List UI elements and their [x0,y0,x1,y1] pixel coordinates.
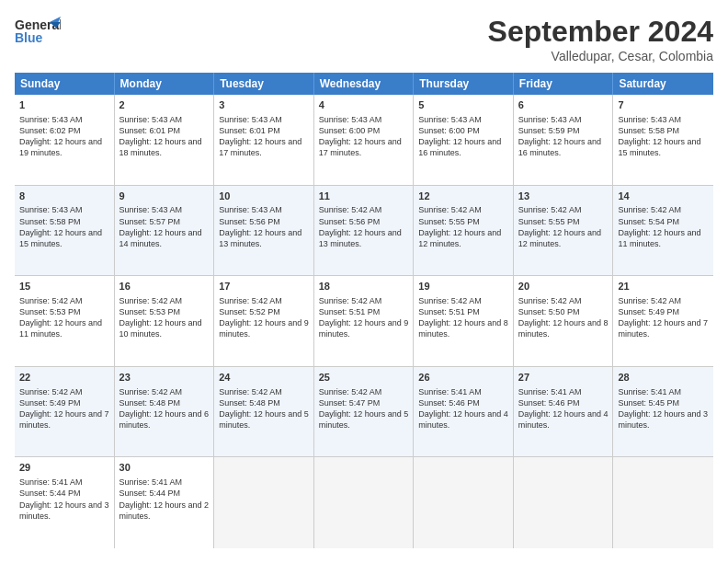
sunrise-text: Sunrise: 5:42 AM [319,387,382,396]
sunset-text: Sunset: 5:50 PM [518,307,580,316]
daylight-text: Daylight: 12 hours and 14 minutes. [119,228,202,248]
daylight-text: Daylight: 12 hours and 16 minutes. [518,137,601,157]
day-number: 18 [319,280,409,293]
calendar-cell: 9Sunrise: 5:43 AMSunset: 5:57 PMDaylight… [115,186,215,276]
sunrise-text: Sunrise: 5:41 AM [418,387,482,396]
daylight-text: Daylight: 12 hours and 8 minutes. [518,318,609,339]
sunrise-text: Sunrise: 5:43 AM [19,115,83,124]
calendar-week: 15Sunrise: 5:42 AMSunset: 5:53 PMDayligh… [15,276,713,367]
location: Valledupar, Cesar, Colombia [488,49,713,63]
sunrise-text: Sunrise: 5:42 AM [618,296,681,305]
calendar-cell: 17Sunrise: 5:42 AMSunset: 5:52 PMDayligh… [214,276,314,366]
daylight-text: Daylight: 12 hours and 7 minutes. [19,409,109,430]
sunset-text: Sunset: 5:56 PM [319,217,381,226]
calendar-cell: 21Sunrise: 5:42 AMSunset: 5:49 PMDayligh… [613,276,713,366]
calendar-cell: 8Sunrise: 5:43 AMSunset: 5:58 PMDaylight… [15,186,115,276]
calendar-week: 29Sunrise: 5:41 AMSunset: 5:44 PMDayligh… [15,457,713,548]
daylight-text: Daylight: 12 hours and 13 minutes. [319,228,402,248]
calendar-cell: 24Sunrise: 5:42 AMSunset: 5:48 PMDayligh… [214,367,314,457]
sunset-text: Sunset: 5:51 PM [418,307,480,316]
sunrise-text: Sunrise: 5:41 AM [19,477,83,487]
sunrise-text: Sunrise: 5:43 AM [618,115,681,124]
calendar-cell: 10Sunrise: 5:43 AMSunset: 5:56 PMDayligh… [214,186,314,276]
sunrise-text: Sunrise: 5:42 AM [19,387,83,396]
sunrise-text: Sunrise: 5:42 AM [219,387,282,396]
daylight-text: Daylight: 12 hours and 3 minutes. [19,500,109,521]
sunrise-text: Sunrise: 5:42 AM [618,205,681,214]
daylight-text: Daylight: 12 hours and 13 minutes. [219,228,301,248]
weekday-header: Saturday [613,73,713,95]
svg-text:Blue: Blue [15,30,43,45]
daylight-text: Daylight: 12 hours and 17 minutes. [319,137,402,157]
sunrise-text: Sunrise: 5:42 AM [119,387,183,396]
sunrise-text: Sunrise: 5:42 AM [418,296,482,305]
day-number: 6 [518,98,609,112]
calendar-cell: 4Sunrise: 5:43 AMSunset: 6:00 PMDaylight… [314,95,415,185]
calendar-cell: 13Sunrise: 5:42 AMSunset: 5:55 PMDayligh… [514,186,614,276]
sunset-text: Sunset: 5:48 PM [219,398,280,408]
sunset-text: Sunset: 5:57 PM [119,217,181,226]
logo-icon: General Blue [15,15,61,55]
sunset-text: Sunset: 5:53 PM [19,307,81,316]
day-number: 21 [618,280,709,293]
daylight-text: Daylight: 12 hours and 4 minutes. [418,409,508,430]
calendar-cell: 23Sunrise: 5:42 AMSunset: 5:48 PMDayligh… [115,367,215,457]
day-number: 7 [618,98,709,112]
weekday-header: Friday [514,73,614,95]
calendar-cell: 19Sunrise: 5:42 AMSunset: 5:51 PMDayligh… [414,276,514,366]
day-number: 9 [119,190,210,203]
calendar-cell: 16Sunrise: 5:42 AMSunset: 5:53 PMDayligh… [115,276,215,366]
calendar-cell [214,457,314,548]
sunset-text: Sunset: 6:01 PM [119,126,181,135]
sunrise-text: Sunrise: 5:42 AM [19,296,83,305]
day-number: 11 [319,190,409,203]
day-number: 23 [119,371,210,385]
sunset-text: Sunset: 5:54 PM [618,217,679,226]
day-number: 3 [219,98,309,112]
calendar: SundayMondayTuesdayWednesdayThursdayFrid… [15,73,713,548]
day-number: 25 [319,371,409,385]
sunset-text: Sunset: 5:44 PM [119,488,181,498]
calendar-cell: 25Sunrise: 5:42 AMSunset: 5:47 PMDayligh… [314,367,415,457]
sunrise-text: Sunrise: 5:43 AM [518,115,582,124]
sunrise-text: Sunrise: 5:43 AM [219,205,282,214]
calendar-cell: 5Sunrise: 5:43 AMSunset: 6:00 PMDaylight… [414,95,514,185]
day-number: 12 [418,190,508,203]
sunrise-text: Sunrise: 5:42 AM [219,296,282,305]
calendar-body: 1Sunrise: 5:43 AMSunset: 6:02 PMDaylight… [15,95,713,548]
sunset-text: Sunset: 6:01 PM [219,126,280,135]
calendar-cell: 22Sunrise: 5:42 AMSunset: 5:49 PMDayligh… [15,367,115,457]
day-number: 10 [219,190,309,203]
sunset-text: Sunset: 5:55 PM [518,217,580,226]
calendar-cell: 6Sunrise: 5:43 AMSunset: 5:59 PMDaylight… [514,95,614,185]
sunrise-text: Sunrise: 5:42 AM [518,296,582,305]
daylight-text: Daylight: 12 hours and 6 minutes. [119,409,210,430]
sunset-text: Sunset: 5:44 PM [19,488,81,498]
sunrise-text: Sunrise: 5:41 AM [518,387,582,396]
sunset-text: Sunset: 5:52 PM [219,307,280,316]
sunset-text: Sunset: 5:46 PM [418,398,480,408]
day-number: 13 [518,190,609,203]
sunset-text: Sunset: 5:59 PM [518,126,580,135]
calendar-week: 22Sunrise: 5:42 AMSunset: 5:49 PMDayligh… [15,367,713,458]
calendar-cell: 11Sunrise: 5:42 AMSunset: 5:56 PMDayligh… [314,186,415,276]
daylight-text: Daylight: 12 hours and 3 minutes. [618,409,708,430]
sunrise-text: Sunrise: 5:43 AM [119,205,183,214]
sunset-text: Sunset: 6:02 PM [19,126,81,135]
daylight-text: Daylight: 12 hours and 12 minutes. [418,228,501,248]
daylight-text: Daylight: 12 hours and 17 minutes. [219,137,301,157]
calendar-cell [314,457,415,548]
daylight-text: Daylight: 12 hours and 11 minutes. [19,318,102,339]
weekday-header: Wednesday [314,73,415,95]
daylight-text: Daylight: 12 hours and 10 minutes. [119,318,202,339]
day-number: 2 [119,98,210,112]
day-number: 14 [618,190,709,203]
title-block: September 2024 Valledupar, Cesar, Colomb… [488,15,713,63]
daylight-text: Daylight: 12 hours and 9 minutes. [219,318,309,339]
day-number: 29 [19,461,109,475]
day-number: 20 [518,280,609,293]
daylight-text: Daylight: 12 hours and 15 minutes. [618,137,700,157]
day-number: 5 [418,98,508,112]
sunrise-text: Sunrise: 5:43 AM [319,115,382,124]
calendar-week: 8Sunrise: 5:43 AMSunset: 5:58 PMDaylight… [15,186,713,277]
